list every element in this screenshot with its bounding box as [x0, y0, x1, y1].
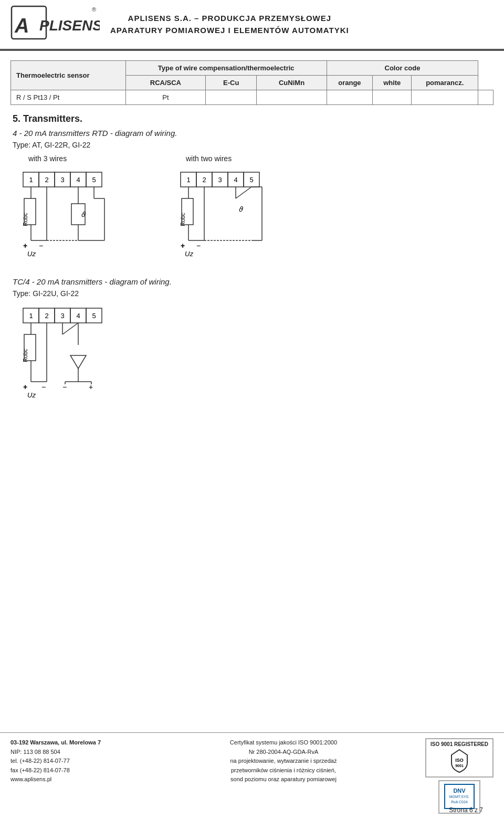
svg-text:−: −: [62, 383, 67, 391]
footer-address: 03-192 Warszawa, ul. Morelowa 7 NIP: 113…: [10, 738, 142, 814]
svg-text:−: −: [196, 242, 201, 250]
section-5-subtitle: 4 - 20 mA transmitters RTD - diagram of …: [13, 129, 491, 138]
wiring-diagram-tc: 1 2 3 4 5 Robc + Uz −: [13, 303, 160, 408]
svg-text:Robc: Robc: [22, 349, 28, 362]
cell-pomarancz: [478, 90, 494, 105]
company-name: APLISENS S.A. – PRODUKCJA PRZEMYSŁOWEJ A…: [110, 13, 349, 36]
svg-text:+: +: [23, 242, 27, 250]
svg-text:2: 2: [45, 176, 48, 184]
svg-text:®: ®: [92, 6, 96, 13]
svg-text:2: 2: [45, 312, 48, 320]
svg-text:+: +: [23, 383, 27, 391]
cell-cuniMn: [327, 90, 373, 105]
page-footer: 03-192 Warszawa, ul. Morelowa 7 NIP: 113…: [0, 732, 504, 819]
table-subheader-orange: orange: [327, 76, 373, 90]
page-header: A PLISENS ® APLISENS S.A. – PRODUKCJA PR…: [0, 0, 504, 50]
table-subheader-ecu: E-Cu: [206, 76, 257, 90]
cell-white: [412, 90, 478, 105]
svg-text:3: 3: [60, 176, 64, 184]
svg-text:5: 5: [92, 312, 96, 320]
svg-text:3: 3: [60, 312, 64, 320]
svg-text:Robc: Robc: [22, 213, 28, 226]
sensor-table: Thermoelectric sensor Type of wire compe…: [10, 60, 494, 105]
logo: A PLISENS ®: [10, 5, 100, 44]
diagram-3wire-label: with 3 wires: [28, 154, 67, 163]
cell-rca: [206, 90, 257, 105]
wiring-diagram-2wire: 1 2 3 4 5 Robc + − Uz: [170, 167, 307, 261]
diagram-2wire: with two wires 1 2 3 4 5 Robc + −: [170, 154, 307, 261]
iso-icon: ISO 9001: [446, 747, 472, 773]
svg-text:1: 1: [29, 312, 33, 320]
svg-text:+: +: [89, 383, 93, 391]
svg-marker-80: [70, 355, 86, 369]
svg-text:−: −: [39, 242, 43, 250]
svg-text:2: 2: [202, 176, 206, 184]
diagrams-row-1: with 3 wires 1 2 3 4 5: [13, 154, 491, 261]
svg-text:Robc: Robc: [180, 213, 186, 226]
diagram-3wire: with 3 wires 1 2 3 4 5: [13, 154, 149, 261]
table-subheader-pomarancz: pomarancz.: [412, 76, 478, 90]
cell-sensor: R / S Pt13 / Pt: [11, 90, 126, 105]
footer-logos: ISO 9001 REGISTERED ISO 9001 DNV MGMT.SY…: [425, 738, 494, 814]
table-row: R / S Pt13 / Pt Pt: [11, 90, 494, 105]
page-number: Strona 6 z 7: [449, 806, 494, 814]
svg-text:3: 3: [218, 176, 222, 184]
table-header-wire-type: Type of wire compensation/thermoelectric: [125, 61, 327, 76]
footer-cert: Certyfikat systemu jakości ISO 9001:2000…: [142, 738, 425, 814]
svg-text:Uz: Uz: [27, 250, 36, 258]
svg-text:4: 4: [76, 176, 80, 184]
svg-text:RvA C024: RvA C024: [451, 800, 468, 804]
svg-text:A: A: [14, 15, 29, 37]
dnv-icon: DNV MGMT.SYS. RvA C024: [444, 783, 475, 810]
svg-text:4: 4: [76, 312, 80, 320]
main-content: 5. Transmitters. 4 - 20 mA transmitters …: [0, 105, 504, 416]
diagram-2wire-label: with two wires: [186, 154, 232, 163]
table-subheader-cuniMn: CuNiMn: [257, 76, 327, 90]
table-subheader-rca: RCA/SCA: [125, 76, 205, 90]
svg-text:4: 4: [234, 176, 237, 184]
svg-text:DNV: DNV: [453, 788, 466, 794]
table-header-sensor: Thermoelectric sensor: [11, 61, 126, 90]
tc-subtitle: TC/4 - 20 mA transmitters - diagram of w…: [13, 277, 491, 286]
table-subheader-white: white: [373, 76, 412, 90]
svg-text:Uz: Uz: [185, 250, 193, 258]
svg-text:PLISENS: PLISENS: [39, 17, 100, 34]
tc-type-label: Type: GI-22U, GI-22: [13, 289, 491, 298]
svg-text:+: +: [181, 242, 185, 250]
svg-text:1: 1: [186, 176, 190, 184]
svg-text:1: 1: [29, 176, 33, 184]
table-header-color-code: Color code: [327, 61, 478, 76]
logo-svg: A PLISENS ®: [10, 5, 100, 42]
svg-line-78: [62, 323, 78, 334]
svg-text:9001: 9001: [455, 764, 464, 768]
svg-text:MGMT.SYS.: MGMT.SYS.: [449, 795, 470, 799]
cell-ecu: [257, 90, 327, 105]
cell-orange: [373, 90, 412, 105]
diagram-tc: 1 2 3 4 5 Robc + Uz −: [13, 303, 491, 408]
cell-pt: Pt: [125, 90, 205, 105]
wiring-diagram-3wire: 1 2 3 4 5 Robc: [13, 167, 149, 261]
svg-text:Uz: Uz: [27, 391, 36, 399]
section-5-type: Type: AT, GI-22R, GI-22: [13, 141, 491, 149]
svg-text:5: 5: [92, 176, 96, 184]
iso-badge: ISO 9001 REGISTERED ISO 9001: [425, 738, 494, 778]
svg-line-51: [236, 187, 251, 198]
svg-text:−: −: [41, 383, 46, 391]
section-5-title: 5. Transmitters.: [13, 113, 491, 124]
svg-text:5: 5: [249, 176, 253, 184]
svg-text:ISO: ISO: [455, 758, 464, 763]
sensor-table-section: Thermoelectric sensor Type of wire compe…: [10, 60, 494, 105]
svg-text:ϑ: ϑ: [238, 205, 244, 213]
